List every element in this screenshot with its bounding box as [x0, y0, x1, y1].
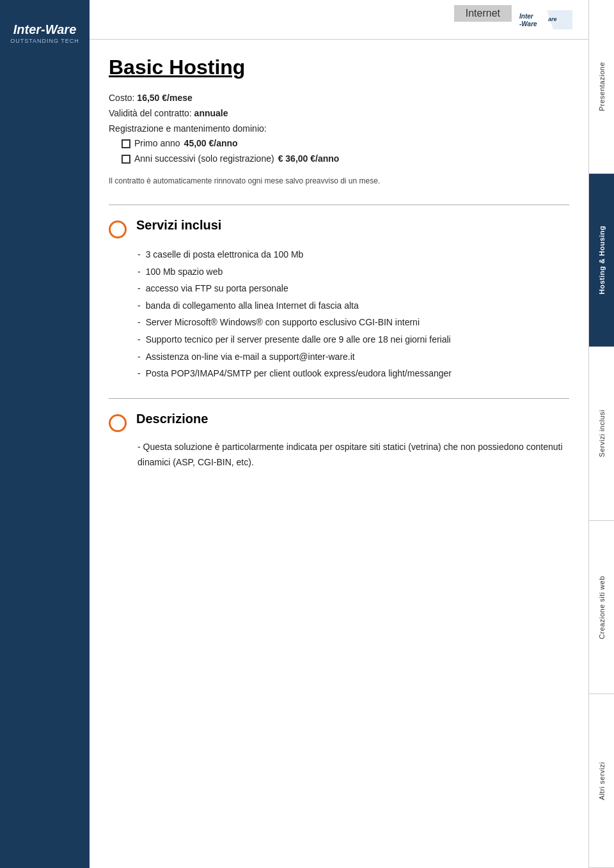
list-item: banda di collegamento alla linea Interne…	[138, 297, 569, 314]
svg-text:-Ware: -Ware	[519, 20, 537, 27]
validita-label: Validità del contratto:	[109, 108, 192, 118]
registrazione-line: Registrazione e mantenimento dominio:	[109, 121, 569, 137]
divider-1	[109, 205, 569, 205]
descrizione-circle-icon	[109, 414, 127, 432]
svg-text:Inter: Inter	[519, 13, 534, 20]
costo-label: Costo:	[109, 93, 134, 103]
list-item: Assistenza on-line via e-mail a support@…	[138, 348, 569, 366]
nav-label-servizi: Servizi inclusi	[598, 410, 606, 457]
top-header: Internet Inter -Ware are	[90, 0, 588, 40]
anni-successivi-label: Anni successivi (solo registrazione)	[134, 151, 274, 167]
list-item: 100 Mb spazio web	[138, 263, 569, 281]
right-sidebar: Presentazione Hosting & Housing Servizi …	[588, 0, 614, 868]
descrizione-text: - Questa soluzione è particolarmente ind…	[138, 440, 569, 470]
sidebar-logo-title: Inter-Ware	[6, 22, 83, 36]
contract-note: Il contratto è automaticamente rinnovato…	[109, 176, 569, 185]
nav-label-hosting: Hosting & Housing	[598, 226, 606, 295]
servizi-circle-icon	[109, 221, 127, 238]
checkbox-primo-anno	[122, 139, 130, 148]
descrizione-title: Descrizione	[136, 412, 208, 426]
nav-item-creazione[interactable]: Creazione siti web	[589, 521, 614, 695]
list-item: Posta POP3/IMAP4/SMTP per client outlook…	[138, 365, 569, 382]
left-sidebar: Inter-Ware OUTSTANDING TECH	[0, 0, 90, 868]
servizi-list: 3 caselle di posta elettronica da 100 Mb…	[138, 246, 569, 382]
page-title: Basic Hosting	[109, 56, 569, 79]
svg-text:are: are	[548, 16, 557, 22]
content-body: Basic Hosting Costo: 16,50 €/mese Validi…	[90, 40, 588, 868]
list-item: 3 caselle di posta elettronica da 100 Mb	[138, 246, 569, 263]
descrizione-section: Descrizione	[109, 412, 569, 432]
primo-anno-label: Primo anno	[134, 136, 180, 151]
primo-anno-item: Primo anno 45,00 €/anno	[122, 136, 569, 151]
pricing-section: Costo: 16,50 €/mese Validità del contrat…	[109, 91, 569, 167]
header-logo: Inter -Ware are	[518, 5, 576, 34]
nav-item-servizi[interactable]: Servizi inclusi	[589, 347, 614, 521]
anni-successivi-item: Anni successivi (solo registrazione) € 3…	[122, 151, 569, 167]
nav-label-presentazione: Presentazione	[598, 62, 606, 111]
validita-line: Validità del contratto: annuale	[109, 106, 569, 121]
nav-item-altri[interactable]: Altri servizi	[589, 694, 614, 868]
divider-2	[109, 398, 569, 399]
registrazione-label: Registrazione e mantenimento dominio:	[109, 123, 267, 134]
descrizione-item: - Questa soluzione è particolarmente ind…	[138, 440, 569, 470]
sidebar-logo-subtitle: OUTSTANDING TECH	[6, 38, 83, 44]
nav-label-altri: Altri servizi	[598, 762, 606, 800]
nav-item-presentazione[interactable]: Presentazione	[589, 0, 614, 174]
checkbox-anni-successivi	[122, 155, 130, 164]
anni-successivi-value: € 36,00 €/anno	[278, 151, 340, 167]
sidebar-logo-area: Inter-Ware OUTSTANDING TECH	[0, 13, 90, 54]
costo-value: 16,50 €/mese	[137, 93, 192, 103]
internet-label: Internet	[454, 5, 512, 22]
servizi-inclusi-section: Servizi inclusi	[109, 218, 569, 238]
list-item: accesso via FTP su porta personale	[138, 280, 569, 297]
interware-logo-svg: Inter -Ware are	[518, 7, 576, 33]
main-content: Internet Inter -Ware are Basic Hosting C…	[90, 0, 588, 868]
primo-anno-value: 45,00 €/anno	[184, 136, 238, 151]
validita-value: annuale	[194, 108, 228, 118]
costo-line: Costo: 16,50 €/mese	[109, 91, 569, 106]
nav-item-hosting[interactable]: Hosting & Housing	[589, 174, 614, 348]
list-item: Server Microsoft® Windows® con supporto …	[138, 314, 569, 331]
servizi-inclusi-title: Servizi inclusi	[136, 218, 221, 233]
list-item: Supporto tecnico per il server presente …	[138, 331, 569, 348]
nav-label-creazione: Creazione siti web	[598, 576, 606, 639]
